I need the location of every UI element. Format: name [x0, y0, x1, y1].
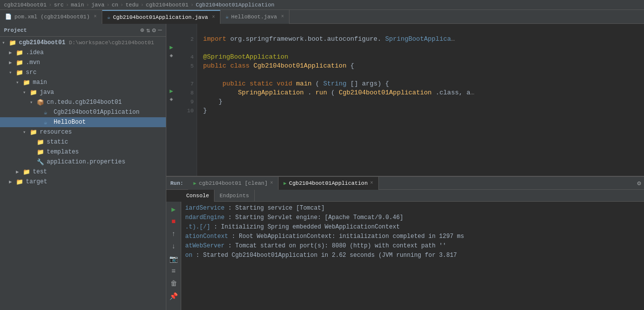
tree-main[interactable]: ▾ 📁 main — [0, 78, 166, 87]
run-class-icon[interactable]: ▶ — [169, 44, 173, 51]
folder-icon: 📁 — [16, 178, 24, 186]
wrap-button[interactable]: ≡ — [168, 266, 179, 277]
tree-mvn[interactable]: ▶ 📁 .mvn — [0, 58, 166, 68]
tree-label: target — [26, 178, 47, 185]
tab-pom[interactable]: 📄 pom.xml (cgb2104boot01) × — [0, 10, 102, 24]
tree-test[interactable]: ▶ 📁 test — [0, 167, 166, 177]
run-tab-clean[interactable]: ▶ cgb2104boot01 [clean] × — [188, 177, 279, 190]
tree-pkg[interactable]: ▾ 📦 cn.tedu.cgb2104boot01 — [0, 97, 166, 107]
close-icon[interactable]: × — [270, 180, 273, 186]
code-line: } — [203, 106, 644, 115]
tree-label: HelloBoot — [54, 119, 86, 126]
tree-label: Cgb2104boot01Application — [54, 109, 140, 116]
console-line: ationContext : Root WebApplicationContex… — [185, 232, 640, 241]
arrow-icon: ▾ — [2, 40, 9, 46]
close-icon[interactable]: × — [212, 14, 215, 20]
tab-label: Cgb2104boot01Application.java — [113, 14, 208, 20]
tab-hello[interactable]: ☕ HelloBoot.java × — [220, 10, 289, 24]
project-sidebar: Project ⊕ ⇅ ⚙ — ▾ 📁 cgb2104boot01 D:\wor… — [0, 24, 166, 310]
java-icon: ☕ — [107, 14, 111, 20]
console-sub-tabs: Console Endpoints — [181, 190, 644, 202]
settings-icon[interactable]: ⚙ — [637, 179, 641, 187]
scroll-down-button[interactable]: ↓ — [168, 241, 179, 252]
code-line — [203, 44, 644, 53]
add-icon[interactable]: ⊕ — [141, 26, 144, 34]
tree-target[interactable]: ▶ 📁 target — [0, 177, 166, 187]
run-icon: ▶ — [193, 180, 196, 186]
run-method-icon[interactable]: ▶ — [169, 87, 173, 95]
console-output: iardService : Starting service [Tomcat] … — [181, 202, 644, 310]
tree-appclass[interactable]: ☕ Cgb2104boot01Application — [0, 107, 166, 117]
console-line: ndardEngine : Starting Servlet engine: [… — [185, 213, 640, 223]
folder-icon: 📁 — [37, 149, 45, 156]
breadcrumb-item: main — [71, 2, 84, 8]
xml-icon: 📄 — [5, 13, 12, 20]
breadcrumb-item: Cgb2104boot01Application — [196, 2, 274, 8]
close-icon[interactable]: × — [370, 180, 373, 186]
arrow-icon: ▶ — [9, 60, 16, 66]
tree-label: resources — [40, 129, 72, 136]
tab-app[interactable]: ☕ Cgb2104boot01Application.java × — [102, 10, 220, 24]
code-line: SpringApplication . run ( Cgb2104boot01A… — [203, 88, 644, 97]
sub-tab-endpoints[interactable]: Endpoints — [215, 190, 254, 202]
bottom-panel: Run: ▶ cgb2104boot01 [clean] × ▶ Cgb2104… — [166, 176, 644, 310]
settings-icon[interactable]: ⚙ — [152, 26, 156, 34]
tree-label: templates — [47, 149, 79, 155]
folder-src-icon: 📁 — [16, 69, 24, 77]
tree-label: main — [33, 79, 47, 86]
close-icon[interactable]: × — [94, 14, 97, 19]
tab-label: Cgb2104boot01Application — [289, 180, 367, 186]
close-icon[interactable]: × — [281, 14, 284, 19]
code-line — [203, 26, 644, 35]
tab-label: HelloBoot.java — [231, 14, 277, 20]
java-class-icon: ☕ — [44, 119, 52, 126]
code-line: @SpringBootApplication — [203, 53, 644, 62]
rerun-button[interactable]: ▶ — [168, 204, 179, 215]
sidebar-actions: ⊕ ⇅ ⚙ — — [141, 26, 162, 34]
scroll-up-button[interactable]: ↑ — [168, 229, 179, 239]
pin-button[interactable]: 📌 — [168, 291, 179, 302]
folder-icon: 📁 — [9, 39, 17, 47]
tree-helloboot[interactable]: ☕ HelloBoot — [0, 117, 166, 127]
folder-icon: 📁 — [23, 168, 31, 176]
stop-button[interactable]: ■ — [168, 216, 179, 227]
tree-label: static — [47, 139, 68, 146]
code-line: public static void main ( String [] args… — [203, 79, 644, 88]
tree-label: cn.tedu.cgb2104boot01 — [47, 99, 122, 106]
code-line: public class Cgb2104boot01Application { — [203, 62, 644, 71]
sidebar-tree: ▾ 📁 cgb2104boot01 D:\workspace\cgb2104bo… — [0, 37, 166, 310]
screenshot-button[interactable]: 📷 — [168, 253, 179, 264]
sync-icon[interactable]: ⇅ — [146, 26, 150, 34]
tree-resources[interactable]: ▾ 📁 resources — [0, 127, 166, 137]
run-tab-app[interactable]: ▶ Cgb2104boot01Application × — [279, 177, 378, 190]
tree-templates[interactable]: 📁 templates — [0, 147, 166, 157]
console-line-started: on : Started Cgb2104boot01Application in… — [185, 251, 640, 260]
tree-src[interactable]: ▾ 📁 src — [0, 68, 166, 78]
tree-static[interactable]: 📁 static — [0, 137, 166, 147]
code-line — [203, 71, 644, 79]
tree-idea[interactable]: ▶ 📁 .idea — [0, 48, 166, 58]
tree-label: java — [40, 89, 54, 96]
tree-root[interactable]: ▾ 📁 cgb2104boot01 D:\workspace\cgb2104bo… — [0, 38, 166, 48]
arrow-icon: ▶ — [16, 169, 23, 175]
sidebar-title: Project — [4, 27, 27, 33]
clear-button[interactable]: 🗑 — [168, 278, 179, 289]
arrow-icon: ▾ — [9, 70, 16, 76]
arrow-icon: ▶ — [9, 50, 16, 56]
breadcrumb: cgb2104boot01 › src › main › java › cn ›… — [0, 0, 644, 10]
breadcrumb-item: java — [91, 2, 104, 8]
tree-appprops[interactable]: 🔧 application.properties — [0, 157, 166, 167]
console-line: iardService : Starting service [Tomcat] — [185, 204, 640, 213]
tree-label: src — [26, 69, 37, 76]
java-class-icon: ☕ — [44, 109, 52, 116]
breadcrumb-item: tedu — [126, 2, 139, 8]
resources-folder-icon: 📁 — [30, 129, 38, 136]
run-icon-2: ▶ — [284, 180, 286, 186]
breadcrumb-item: cgb2104boot01 — [146, 2, 189, 8]
seconds-text: seconds — [350, 252, 374, 259]
minimize-icon[interactable]: — — [158, 26, 162, 34]
run-toolbar: ▶ ■ ↑ ↓ 📷 ≡ 🗑 📌 — [166, 202, 181, 310]
java-folder-icon: 📁 — [30, 89, 38, 96]
tree-java[interactable]: ▾ 📁 java — [0, 87, 166, 97]
sub-tab-console[interactable]: Console — [181, 190, 215, 202]
